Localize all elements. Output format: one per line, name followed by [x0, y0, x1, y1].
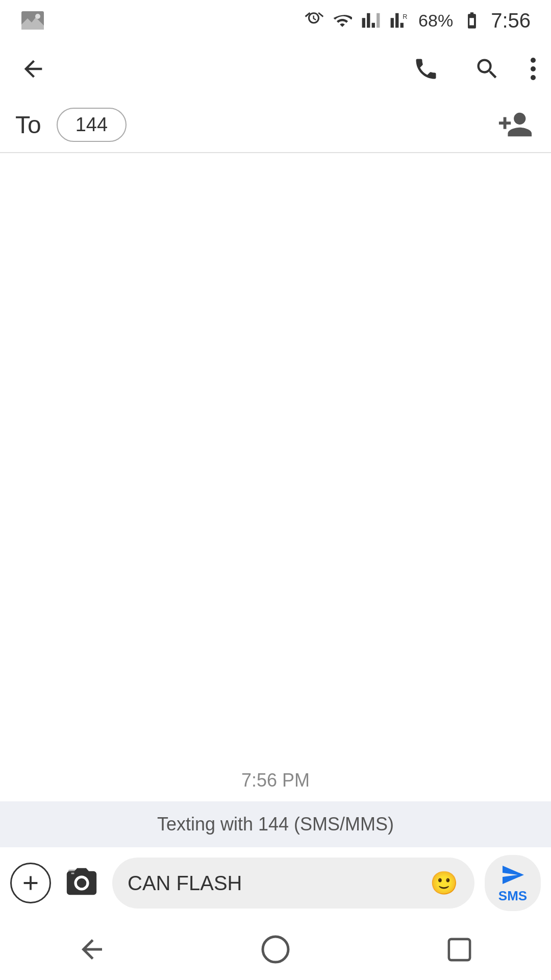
nav-recents-icon	[445, 936, 473, 964]
back-button[interactable]	[15, 51, 51, 87]
to-label: To	[15, 111, 41, 139]
more-options-button[interactable]	[531, 58, 536, 80]
image-icon	[20, 8, 45, 33]
nav-back-icon	[77, 934, 107, 965]
recipient-chip[interactable]: 144	[57, 108, 127, 142]
send-button[interactable]: SMS	[485, 855, 541, 911]
emoji-icon: 🙂	[430, 870, 458, 896]
nav-home-icon	[260, 934, 291, 965]
add-button[interactable]	[10, 863, 51, 903]
phone-button[interactable]	[408, 51, 444, 87]
emoji-button[interactable]: 🙂	[429, 868, 459, 898]
add-contact-button[interactable]	[495, 104, 536, 145]
send-label: SMS	[498, 888, 527, 904]
send-icon	[500, 863, 525, 887]
content-area: 7:56 PM Texting with 144 (SMS/MMS)	[0, 153, 551, 847]
app-bar	[0, 41, 551, 97]
search-button[interactable]	[469, 51, 505, 87]
status-bar-left	[20, 8, 45, 33]
attach-icon	[64, 865, 99, 901]
alarm-icon	[304, 11, 323, 30]
nav-home-button[interactable]	[250, 924, 301, 975]
message-timestamp: 7:56 PM	[0, 770, 551, 791]
plus-icon	[19, 871, 42, 895]
add-contact-icon	[497, 107, 533, 142]
nav-back-button[interactable]	[66, 924, 117, 975]
roaming-signal-icon: R	[390, 11, 409, 30]
sim-info-bar: Texting with 144 (SMS/MMS)	[0, 801, 551, 847]
status-bar-right: R 68% 7:56	[304, 9, 531, 32]
signal-icon	[361, 11, 381, 30]
battery-percent: 68%	[418, 11, 453, 31]
attach-button[interactable]	[61, 863, 102, 903]
to-row: To 144	[0, 97, 551, 153]
message-input-wrap: 🙂	[112, 857, 474, 909]
svg-text:R: R	[403, 13, 407, 20]
svg-point-5	[263, 937, 288, 962]
status-time: 7:56	[491, 9, 531, 32]
nav-recents-button[interactable]	[434, 924, 485, 975]
battery-icon	[462, 11, 482, 30]
svg-point-2	[35, 14, 40, 19]
message-input[interactable]	[128, 872, 418, 895]
svg-rect-6	[448, 939, 469, 960]
nav-bar	[0, 919, 551, 980]
wifi-icon	[333, 11, 352, 30]
status-bar: R 68% 7:56	[0, 0, 551, 41]
input-row: 🙂 SMS	[0, 847, 551, 919]
